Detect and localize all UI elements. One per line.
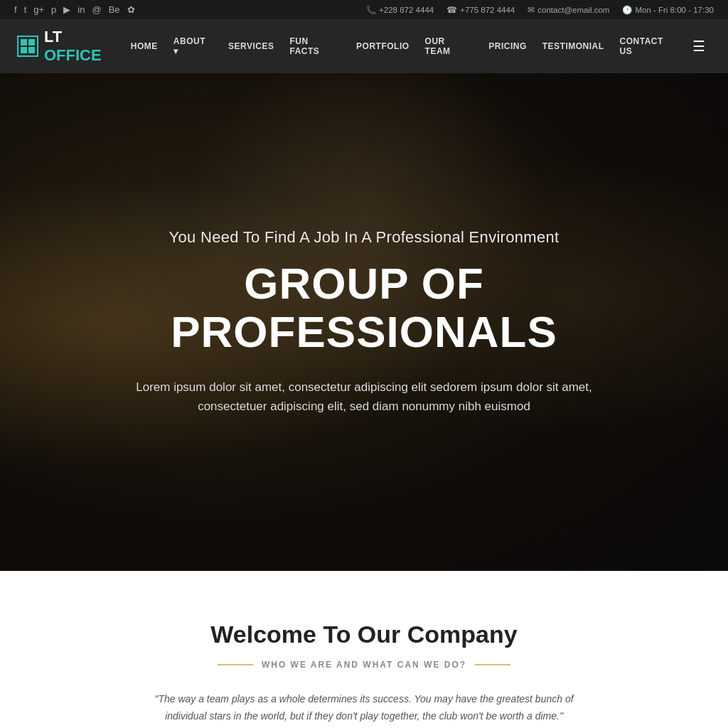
- social-at[interactable]: @: [92, 4, 101, 15]
- social-extra[interactable]: ✿: [127, 4, 135, 15]
- social-behance[interactable]: Be: [109, 4, 120, 15]
- social-twitter[interactable]: t: [24, 4, 27, 15]
- hero-title: GROUP OF PROFESSIONALS: [101, 259, 627, 356]
- hamburger-menu[interactable]: ☰: [687, 35, 711, 58]
- nav-contact[interactable]: CONTACT US: [613, 31, 685, 62]
- social-links[interactable]: f t g+ p ▶ in @ Be ✿: [14, 4, 135, 15]
- logo[interactable]: LT OFFICE: [17, 28, 124, 65]
- top-bar: f t g+ p ▶ in @ Be ✿ 📞 +228 872 4444 ☎ +…: [0, 0, 728, 19]
- phone-secondary: ☎ +775 872 4444: [446, 5, 515, 15]
- section-divider: WHO WE ARE AND WHAT CAN WE DO?: [28, 660, 700, 670]
- main-nav: HOME ABOUT ▾ SERVICES FUN FACTS PORTFOLI…: [124, 31, 711, 62]
- welcome-title: Welcome To Our Company: [28, 621, 700, 648]
- divider-left: [218, 664, 253, 665]
- phone-icon: 📞: [366, 5, 376, 15]
- social-youtube[interactable]: ▶: [63, 4, 70, 15]
- social-google[interactable]: g+: [33, 4, 44, 15]
- phone-primary: 📞 +228 872 4444: [366, 5, 434, 15]
- nav-fun-facts[interactable]: FUN FACTS: [283, 31, 348, 62]
- social-pinterest[interactable]: p: [51, 4, 56, 15]
- logo-prefix: LT: [44, 28, 62, 46]
- social-linkedin[interactable]: in: [77, 4, 85, 15]
- logo-icon: [17, 36, 38, 57]
- welcome-section: Welcome To Our Company WHO WE ARE AND WH…: [0, 571, 728, 728]
- logo-text: LT OFFICE: [44, 28, 124, 65]
- nav-portfolio[interactable]: PORTFOLIO: [349, 36, 417, 57]
- nav-home[interactable]: HOME: [124, 36, 165, 57]
- divider-subtitle: WHO WE ARE AND WHAT CAN WE DO?: [262, 660, 466, 670]
- welcome-quote: "The way a team plays as a whole determi…: [151, 691, 577, 725]
- nav-our-team[interactable]: OUR TEAM: [418, 31, 481, 62]
- clock-icon: 🕐: [622, 5, 632, 15]
- logo-highlight: OFFICE: [44, 46, 102, 64]
- nav-services[interactable]: SERVICES: [221, 36, 281, 57]
- email-info: ✉ contact@email.com: [528, 5, 609, 15]
- hero-section: You Need To Find A Job In A Professional…: [0, 73, 728, 571]
- nav-testimonial[interactable]: TESTIMONIAL: [535, 36, 611, 57]
- social-facebook[interactable]: f: [14, 4, 17, 15]
- email-icon: ✉: [528, 5, 535, 15]
- header: LT OFFICE HOME ABOUT ▾ SERVICES FUN FACT…: [0, 19, 728, 73]
- contact-info: 📞 +228 872 4444 ☎ +775 872 4444 ✉ contac…: [366, 5, 714, 15]
- hours-info: 🕐 Mon - Fri 8:00 - 17:30: [622, 5, 714, 15]
- divider-right: [475, 664, 510, 665]
- phone2-icon: ☎: [446, 5, 457, 15]
- hero-subtitle: You Need To Find A Job In A Professional…: [101, 228, 627, 247]
- nav-pricing[interactable]: PRICING: [481, 36, 534, 57]
- hero-content: You Need To Find A Job In A Professional…: [44, 228, 684, 417]
- hero-description: Lorem ipsum dolor sit amet, consectetur …: [108, 378, 620, 416]
- nav-about[interactable]: ABOUT ▾: [166, 31, 220, 62]
